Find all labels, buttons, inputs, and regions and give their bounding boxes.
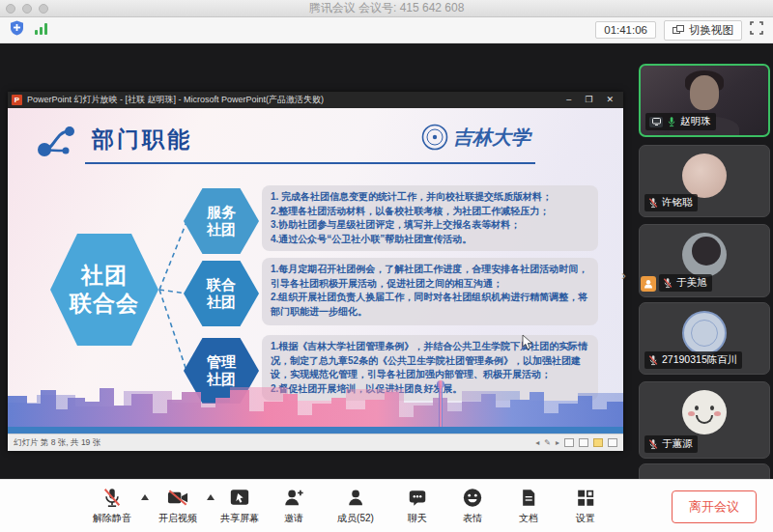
- video-options-caret[interactable]: [207, 494, 215, 500]
- meeting-timer: 01:41:06: [595, 21, 656, 39]
- participant-nametag: 赵明珠: [645, 113, 716, 130]
- fullscreen-icon[interactable]: [750, 21, 763, 39]
- slide-counter: 幻灯片 第 8 张, 共 19 张: [14, 437, 100, 449]
- powerpoint-app-icon: P: [12, 95, 22, 105]
- ppt-minimize-button[interactable]: –: [566, 96, 571, 104]
- text-box-union: 1.每月定期召开社团例会，了解社团工作进度，合理安排各社团活动时间，引导各社团积…: [262, 258, 598, 325]
- members-button[interactable]: 成员(52): [337, 487, 374, 525]
- invite-person-icon: [283, 487, 304, 509]
- mic-muted-icon: [663, 277, 673, 289]
- switch-view-button[interactable]: 切换视图: [664, 20, 742, 41]
- camera-muted-icon: [166, 487, 189, 509]
- network-signal-icon[interactable]: [34, 21, 48, 39]
- city-skyline-graphic: [8, 374, 623, 427]
- mac-titlebar: 腾讯会议 会议号: 415 642 608: [0, 0, 773, 17]
- emoji-button[interactable]: 表情: [462, 487, 483, 525]
- participant-nametag: 于蕙源: [644, 435, 698, 453]
- mic-on-icon: [667, 116, 676, 127]
- mic-muted-icon: [648, 197, 658, 209]
- university-logo: 吉林大学: [421, 124, 530, 151]
- meeting-main-area: P PowerPoint 幻灯片放映 - [社联 赵明珠] - Microsof…: [0, 43, 773, 479]
- university-seal-icon: [421, 124, 448, 151]
- participant-name: 赵明珠: [680, 115, 711, 128]
- participant-tile[interactable]: 许铭聪: [639, 145, 770, 217]
- mouse-cursor: [522, 334, 533, 354]
- participant-name: 于美旭: [676, 276, 707, 290]
- participant-name: 于蕙源: [662, 437, 693, 451]
- chat-bubble-icon: [407, 487, 428, 509]
- sorter-view-icon[interactable]: [579, 438, 588, 447]
- participant-tile-partial[interactable]: [639, 463, 770, 479]
- avatar: [682, 154, 727, 198]
- tencent-meeting-window: 腾讯会议 会议号: 415 642 608 01:41:06 切换视图: [0, 0, 773, 532]
- participant-name: 27190315陈百川: [662, 353, 737, 367]
- participant-tile[interactable]: 于蕙源: [639, 381, 770, 459]
- ppt-titlebar: P PowerPoint 幻灯片放映 - [社联 赵明珠] - Microsof…: [8, 92, 623, 108]
- screen-sharing-icon: [649, 117, 663, 127]
- share-screen-icon: [229, 487, 250, 509]
- bottom-control-bar: 解除静音 开启视频 共享屏幕 邀请 成员(52) 聊天 表情: [0, 479, 773, 532]
- emoji-smiley-icon: [462, 487, 483, 509]
- branch-node-icon: [37, 121, 79, 163]
- security-shield-icon[interactable]: [10, 20, 24, 40]
- university-name: 吉林大学: [453, 125, 530, 151]
- avatar: [682, 233, 727, 277]
- participant-name: 许铭聪: [662, 196, 693, 210]
- slide-canvas: 部门职能 吉林大学 社团 联合会 服务 社团 联合 社团 管理 社团 1. 完成…: [8, 108, 623, 434]
- slideshow-view-icon[interactable]: [593, 438, 603, 447]
- layout-icon: [673, 25, 684, 35]
- minimize-window-button[interactable]: [22, 4, 32, 14]
- reading-view-icon[interactable]: [608, 438, 617, 447]
- participant-nametag: 于美旭: [659, 274, 712, 292]
- heading-underline: [85, 162, 535, 164]
- invite-button[interactable]: 邀请: [283, 487, 304, 525]
- normal-view-icon[interactable]: [564, 438, 574, 447]
- slide-heading: 部门职能: [92, 125, 192, 154]
- next-slide-icon[interactable]: ▸: [556, 438, 559, 447]
- traffic-lights: [6, 4, 48, 14]
- ppt-maximize-button[interactable]: ❐: [585, 96, 592, 104]
- shared-powerpoint-window: P PowerPoint 幻灯片放映 - [社联 赵明珠] - Microsof…: [8, 92, 623, 451]
- mic-muted-icon: [101, 487, 123, 509]
- settings-grid-icon: [575, 487, 596, 509]
- host-role-icon: [641, 276, 656, 292]
- participant-tile-speaker[interactable]: 赵明珠: [639, 64, 770, 137]
- sidebar-collapse-chevron[interactable]: ›: [621, 267, 626, 282]
- document-icon: [519, 487, 538, 509]
- window-title: 腾讯会议 会议号: 415 642 608: [309, 0, 465, 16]
- avatar: [682, 311, 727, 355]
- branch-hexagon-union: 联合 社团: [184, 261, 259, 326]
- unmute-button[interactable]: 解除静音: [93, 487, 131, 525]
- meeting-toolbar: 01:41:06 切换视图: [0, 17, 773, 43]
- close-window-button[interactable]: [6, 4, 15, 14]
- zoom-window-button[interactable]: [39, 4, 48, 14]
- share-screen-button[interactable]: 共享屏幕: [220, 487, 259, 525]
- participant-tile[interactable]: 27190315陈百川: [639, 302, 770, 375]
- avatar: [682, 390, 727, 434]
- mute-options-caret[interactable]: [141, 494, 149, 500]
- ppt-statusbar: 幻灯片 第 8 张, 共 19 张 ◂ ✎ ▸: [8, 434, 623, 451]
- ppt-window-title: PowerPoint 幻灯片放映 - [社联 赵明珠] - Microsoft …: [27, 94, 566, 106]
- participant-nametag: 27190315陈百川: [644, 351, 742, 369]
- docs-button[interactable]: 文档: [519, 487, 538, 525]
- mic-muted-icon: [648, 354, 658, 366]
- previous-slide-icon[interactable]: ◂: [535, 438, 539, 447]
- start-video-button[interactable]: 开启视频: [158, 487, 197, 525]
- pen-tool-icon[interactable]: ✎: [544, 438, 551, 447]
- participant-tile[interactable]: 于美旭: [639, 224, 770, 297]
- settings-button[interactable]: 设置: [575, 487, 596, 525]
- members-icon: [345, 487, 366, 509]
- slide-bottom-bar: [8, 427, 623, 434]
- text-box-service: 1. 完成各社团信息变更的统计工作，并向校社联提交纸质版材料； 2.整理各社团活…: [262, 185, 598, 251]
- ppt-close-button[interactable]: ✕: [606, 96, 614, 104]
- leave-meeting-button[interactable]: 离开会议: [672, 490, 757, 523]
- participant-nametag: 许铭聪: [644, 194, 698, 211]
- center-hexagon: 社团 联合会: [50, 234, 158, 346]
- mic-muted-icon: [648, 438, 658, 450]
- branch-hexagon-service: 服务 社团: [184, 188, 259, 254]
- chat-button[interactable]: 聊天: [407, 487, 428, 525]
